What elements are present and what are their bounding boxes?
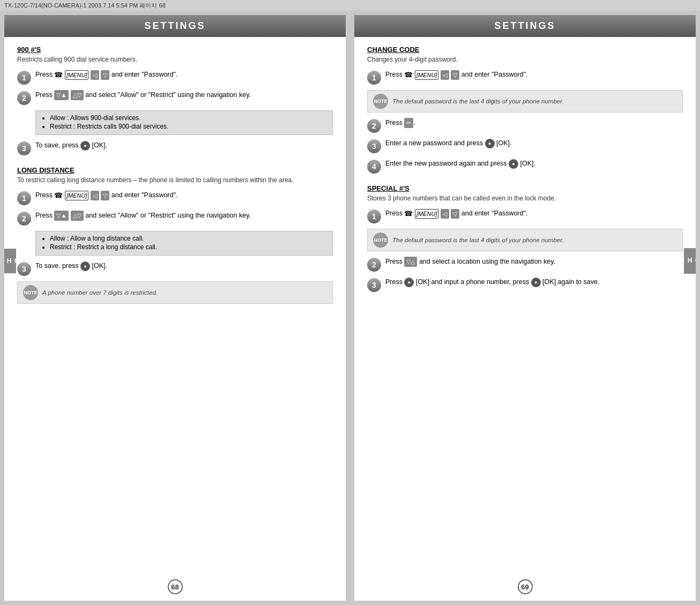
step-ld-3: 3 To save, press ● [OK]. [17, 261, 333, 276]
step-sp-2-text: Press ▽△ and select a location using the… [385, 257, 683, 267]
section-900-title: 900 #'S [17, 46, 333, 54]
section-special-desc: Stores 3 phone numbers that can be calle… [367, 195, 683, 202]
step-sp-circle-2: 2 [367, 258, 381, 272]
section-900-info: Allow : Allows 900-dial services. Restri… [35, 110, 333, 135]
step-circle-3: 3 [17, 141, 31, 155]
left-page: SETTINGS 900 #'S Restricts calling 900 d… [4, 15, 346, 601]
step-900-3: 3 To save, press ● [OK]. [17, 140, 333, 155]
nav-icon-1: ◁ [91, 70, 99, 80]
step-cc-4-text: Enter the new password again and press ●… [385, 159, 683, 169]
note-cc: NOTE The default password is the last 4 … [367, 90, 683, 113]
ok-icon-cc3: ● [485, 139, 495, 148]
note-ld-text: A phone number over 7 digits is restrict… [42, 289, 158, 296]
section-special: SPECIAL #'S Stores 3 phone numbers that … [367, 184, 683, 292]
step-cc-2-text: Press ✏. [385, 118, 683, 128]
step-circle-1: 1 [17, 71, 31, 85]
info-item-1: Allow : Allows 900-dial services. [50, 114, 327, 122]
right-page-title: SETTINGS [360, 20, 690, 32]
step-cc-3: 3 Enter a new password and press ● [OK]. [367, 138, 683, 153]
section-changecode: CHANGE CODE Changes your 4-digit passwor… [367, 46, 683, 174]
right-page: SETTINGS CHANGE CODE Changes your 4-digi… [354, 15, 696, 601]
nav-sp2: ▽△ [404, 257, 417, 267]
menu-icon-ld1: [MENU] [65, 191, 89, 201]
step-sp-3: 3 Press ● [OK] and input a phone number,… [367, 277, 683, 292]
note-sp-text: The default password is the last 4 digit… [392, 237, 564, 243]
step-900-1: 1 Press ☎ [MENU] ◁ ▽ and enter "Password… [17, 70, 333, 85]
step-cc-1: 1 Press ☎ [MENU] ◁ ▽ and enter "Password… [367, 70, 683, 85]
nav-ud-1: ▽▲ [54, 90, 69, 100]
section-changecode-desc: Changes your 4-digit password. [367, 56, 683, 63]
step-ld-2-text: Press ▽▲ △▽ and select "Allow" or "Restr… [35, 211, 333, 221]
step-cc-circle-4: 4 [367, 160, 381, 174]
step-cc-3-text: Enter a new password and press ● [OK]. [385, 138, 683, 148]
ok-icon-cc4: ● [509, 159, 518, 169]
info-item-2: Restrict : Restricts calls 900-dial serv… [50, 123, 327, 130]
right-page-header: SETTINGS [354, 15, 696, 37]
menu-icon-sp1: [MENU] [415, 209, 439, 219]
nav-ld1a: ◁ [91, 191, 99, 201]
note-icon-ld: NOTE [23, 285, 38, 300]
step-900-2: 2 Press ▽▲ △▽ and select "Allow" or "Res… [17, 90, 333, 105]
top-bar-text: TX-120C-7/14(NO-CAMERA)-1 2003.7.14 5:54… [4, 2, 166, 10]
step-cc-4: 4 Enter the new password again and press… [367, 159, 683, 174]
note-ld: NOTE A phone number over 7 digits is res… [17, 281, 333, 304]
note-icon-cc: NOTE [373, 94, 388, 109]
step-cc-circle-3: 3 [367, 139, 381, 153]
nav-cc1a: ◁ [441, 70, 449, 80]
ch-tab-right: C H 4 [684, 248, 696, 274]
note-icon-sp: NOTE [373, 233, 388, 248]
section-900-desc: Restricts calling 900 dial service numbe… [17, 56, 333, 63]
section-900: 900 #'S Restricts calling 900 dial servi… [17, 46, 333, 155]
pencil-icon: ✏ [404, 118, 413, 128]
menu-icon: [MENU] [65, 70, 89, 80]
nav-ud-2: △▽ [71, 90, 84, 100]
left-page-content: 900 #'S Restricts calling 900 dial servi… [4, 46, 346, 304]
step-ld-2: 2 Press ▽▲ △▽ and select "Allow" or "Res… [17, 211, 333, 226]
section-longdist: LONG DISTANCE To restrict calling long d… [17, 166, 333, 304]
step-cc-2: 2 Press ✏. [367, 118, 683, 133]
pages-container: SETTINGS 900 #'S Restricts calling 900 d… [0, 11, 700, 605]
nav-ld2a: ▽▲ [54, 211, 69, 221]
nav-ld2b: △▽ [71, 211, 84, 221]
step-cc-circle-1: 1 [367, 71, 381, 85]
step-cc-1-text: Press ☎ [MENU] ◁ ▽ and enter "Password". [385, 70, 683, 80]
nav-cc1b: ▽ [451, 70, 459, 80]
ok-icon-1: ● [80, 141, 90, 151]
step-circle-2: 2 [17, 91, 31, 105]
phone-icon: ☎ [54, 70, 63, 80]
step-900-1-text: Press ☎ [MENU] ◁ ▽ and enter "Password". [35, 70, 333, 80]
step-sp-circle-1: 1 [367, 210, 381, 223]
step-ld-3-text: To save, press ● [OK]. [35, 261, 333, 271]
step-900-3-text: To save, press ● [OK]. [35, 140, 333, 151]
note-sp: NOTE The default password is the last 4 … [367, 229, 683, 251]
section-ld-info: Allow : Allow a long distance call. Rest… [35, 231, 333, 256]
ch-tab-left: C H 4 [4, 249, 16, 273]
step-sp-circle-3: 3 [367, 278, 381, 292]
ok-icon-sp3b: ● [531, 278, 541, 287]
section-changecode-title: CHANGE CODE [367, 46, 683, 54]
right-page-number: 69 [518, 579, 533, 594]
left-page-number: 68 [168, 579, 183, 594]
menu-icon-cc1: [MENU] [415, 70, 439, 80]
nav-sp1b: ▽ [451, 209, 459, 219]
step-900-2-text: Press ▽▲ △▽ and select "Allow" or "Restr… [35, 90, 333, 100]
ld-info-2: Restrict : Restrict a long distance call… [50, 243, 327, 251]
step-sp-1: 1 Press ☎ [MENU] ◁ ▽ and enter "Password… [367, 208, 683, 223]
section-special-title: SPECIAL #'S [367, 184, 683, 192]
nav-sp1a: ◁ [441, 209, 449, 219]
step-sp-2: 2 Press ▽△ and select a location using t… [367, 257, 683, 272]
nav-ld1b: ▽ [101, 191, 109, 201]
phone-icon-cc1: ☎ [404, 70, 413, 80]
left-page-header: SETTINGS [4, 15, 346, 37]
step-sp-1-text: Press ☎ [MENU] ◁ ▽ and enter "Password". [385, 208, 683, 219]
step-ld-circle-1: 1 [17, 191, 31, 205]
note-cc-text: The default password is the last 4 digit… [392, 98, 564, 104]
ld-info-1: Allow : Allow a long distance call. [50, 235, 327, 242]
step-ld-1: 1 Press ☎ [MENU] ◁ ▽ and enter "Password… [17, 190, 333, 205]
left-page-title: SETTINGS [10, 20, 340, 32]
section-longdist-title: LONG DISTANCE [17, 166, 333, 174]
step-sp-3-text: Press ● [OK] and input a phone number, p… [385, 277, 683, 287]
nav-icon-2: ▽ [101, 70, 109, 80]
step-ld-1-text: Press ☎ [MENU] ◁ ▽ and enter "Password". [35, 190, 333, 201]
top-bar: TX-120C-7/14(NO-CAMERA)-1 2003.7.14 5:54… [0, 0, 700, 11]
